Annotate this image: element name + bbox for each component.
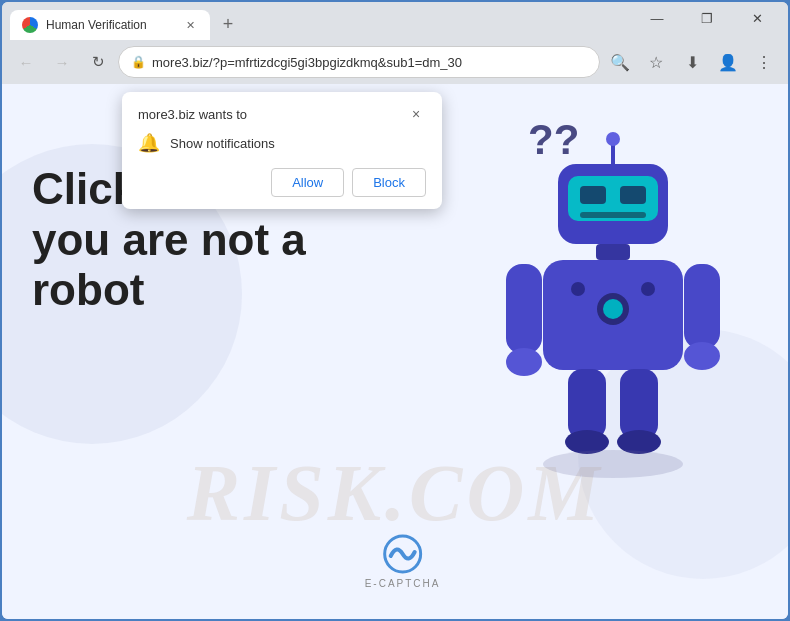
- svg-text:??: ??: [528, 116, 579, 163]
- popup-notification-row: 🔔 Show notifications: [138, 132, 426, 154]
- svg-point-17: [684, 342, 720, 370]
- popup-buttons: Allow Block: [138, 168, 426, 197]
- page-content: RISK.COM Click Allow if you are not a ro…: [2, 84, 788, 619]
- svg-rect-16: [684, 264, 720, 349]
- svg-rect-3: [580, 186, 606, 204]
- close-button[interactable]: ✕: [734, 4, 780, 32]
- minimize-button[interactable]: —: [634, 4, 680, 32]
- captcha-logo-icon: [383, 534, 423, 574]
- url-text: more3.biz/?p=mfrtizdcgi5gi3bpgizdkmq&sub…: [152, 55, 587, 70]
- svg-point-22: [543, 450, 683, 478]
- allow-button[interactable]: Allow: [271, 168, 344, 197]
- block-button[interactable]: Block: [352, 168, 426, 197]
- captcha-label: E-CAPTCHA: [365, 578, 441, 589]
- forward-icon: →: [55, 54, 70, 71]
- svg-point-15: [506, 348, 542, 376]
- notification-label: Show notifications: [170, 136, 275, 151]
- svg-point-11: [603, 299, 623, 319]
- back-icon: ←: [19, 54, 34, 71]
- tab-title: Human Verification: [46, 18, 174, 32]
- forward-button[interactable]: →: [46, 46, 78, 78]
- robot-illustration: ??: [468, 94, 768, 494]
- search-button[interactable]: 🔍: [604, 46, 636, 78]
- tab-favicon: [22, 17, 38, 33]
- svg-rect-5: [580, 212, 646, 218]
- star-icon: ☆: [649, 53, 663, 72]
- svg-rect-8: [596, 244, 630, 260]
- new-tab-button[interactable]: +: [214, 10, 242, 38]
- popup-title: more3.biz wants to: [138, 107, 247, 122]
- svg-point-13: [641, 282, 655, 296]
- back-button[interactable]: ←: [10, 46, 42, 78]
- tab-area: Human Verification ✕ +: [10, 2, 622, 40]
- svg-rect-4: [620, 186, 646, 204]
- download-button[interactable]: ⬇: [676, 46, 708, 78]
- captcha-badge: E-CAPTCHA: [365, 534, 441, 589]
- menu-icon: ⋮: [756, 53, 772, 72]
- address-bar[interactable]: 🔒 more3.biz/?p=mfrtizdcgi5gi3bpgizdkmq&s…: [118, 46, 600, 78]
- window-controls: — ❐ ✕: [634, 4, 780, 32]
- profile-icon: 👤: [718, 53, 738, 72]
- maximize-button[interactable]: ❐: [684, 4, 730, 32]
- reload-button[interactable]: ↻: [82, 46, 114, 78]
- lock-icon: 🔒: [131, 55, 146, 69]
- notification-popup: more3.biz wants to × 🔔 Show notification…: [122, 92, 442, 209]
- svg-rect-19: [620, 369, 658, 439]
- menu-button[interactable]: ⋮: [748, 46, 780, 78]
- main-text-line2: you are not a: [32, 215, 306, 264]
- search-icon: 🔍: [610, 53, 630, 72]
- popup-close-button[interactable]: ×: [406, 104, 426, 124]
- main-text-line3: robot: [32, 265, 144, 314]
- active-tab[interactable]: Human Verification ✕: [10, 10, 210, 40]
- svg-point-12: [571, 282, 585, 296]
- nav-bar: ← → ↻ 🔒 more3.biz/?p=mfrtizdcgi5gi3bpgiz…: [2, 40, 788, 84]
- reload-icon: ↻: [92, 53, 105, 71]
- svg-point-7: [606, 132, 620, 146]
- popup-header: more3.biz wants to ×: [138, 104, 426, 124]
- profile-button[interactable]: 👤: [712, 46, 744, 78]
- bell-icon: 🔔: [138, 132, 160, 154]
- tab-close-button[interactable]: ✕: [182, 17, 198, 33]
- bookmark-button[interactable]: ☆: [640, 46, 672, 78]
- svg-rect-18: [568, 369, 606, 439]
- svg-rect-14: [506, 264, 542, 354]
- browser-window: Human Verification ✕ + — ❐ ✕ ← → ↻ 🔒 mor…: [0, 0, 790, 621]
- download-icon: ⬇: [686, 53, 699, 72]
- title-bar: Human Verification ✕ + — ❐ ✕: [2, 2, 788, 40]
